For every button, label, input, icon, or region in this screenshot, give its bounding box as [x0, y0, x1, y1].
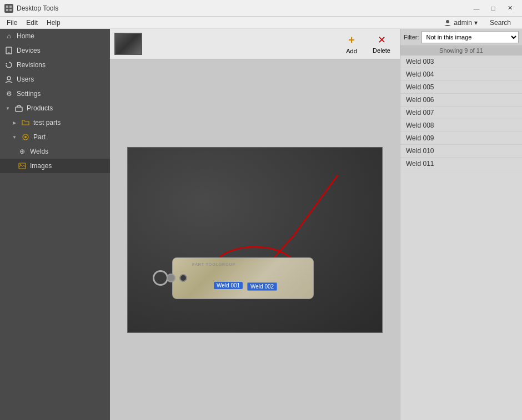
window-controls: — □ ✕	[469, 2, 518, 14]
filter-label: Filter:	[404, 34, 419, 41]
close-button[interactable]: ✕	[502, 2, 518, 14]
images-icon	[18, 161, 27, 170]
sidebar-label-part: Part	[33, 133, 106, 141]
admin-menu[interactable]: admin ▾	[440, 18, 481, 28]
sidebar-item-home[interactable]: ⌂ Home	[0, 29, 110, 43]
svg-rect-0	[6, 6, 8, 8]
search-button[interactable]: Search	[485, 18, 515, 28]
menu-file[interactable]: File	[2, 18, 22, 28]
weld-list-item-006[interactable]: Weld 006	[400, 94, 522, 107]
sidebar-label-test-parts: test parts	[33, 119, 106, 126]
delete-icon: ✕	[378, 34, 386, 46]
add-button[interactable]: + Add	[338, 32, 365, 55]
filter-bar: Filter: Not in this image All In this im…	[400, 29, 522, 46]
sidebar-label-users: Users	[17, 75, 106, 83]
svg-rect-2	[6, 9, 8, 11]
toolbar-buttons: + Add ✕ Delete	[338, 32, 395, 55]
sidebar: ⌂ Home Devices Revisions Users ⚙ Se	[0, 29, 110, 420]
svg-point-6	[8, 52, 9, 53]
menu-edit[interactable]: Edit	[22, 18, 42, 28]
weld-list-item-008[interactable]: Weld 008	[400, 119, 522, 132]
svg-point-8	[7, 77, 11, 80]
sidebar-item-welds[interactable]: ⊕ Welds	[0, 144, 110, 159]
image-thumbnail[interactable]	[114, 33, 142, 55]
sidebar-label-settings: Settings	[17, 90, 106, 98]
maximize-button[interactable]: □	[485, 2, 501, 14]
menubar-right: admin ▾ Search	[440, 18, 520, 28]
minimize-button[interactable]: —	[469, 2, 484, 14]
svg-rect-1	[9, 6, 12, 8]
filter-select[interactable]: Not in this image All In this image	[421, 31, 519, 43]
person-icon	[444, 19, 451, 27]
delete-button[interactable]: ✕ Delete	[368, 32, 395, 55]
right-panel: Filter: Not in this image All In this im…	[400, 29, 522, 420]
app-icon	[4, 4, 13, 13]
add-icon: +	[348, 34, 355, 47]
menubar-left: File Edit Help	[2, 18, 65, 28]
weld-count: Showing 9 of 11	[400, 46, 522, 55]
sidebar-item-images[interactable]: Images	[0, 159, 110, 173]
main-layout: ⌂ Home Devices Revisions Users ⚙ Se	[0, 29, 522, 420]
window-title: Desktop Tools	[17, 4, 58, 12]
main-image: PART TOOLGROUP	[127, 147, 383, 333]
sidebar-item-settings[interactable]: ⚙ Settings	[0, 87, 110, 101]
user-icon	[4, 75, 13, 84]
main-image-container: PART TOOLGROUP	[127, 147, 383, 333]
sidebar-label-devices: Devices	[17, 47, 106, 54]
svg-point-11	[24, 136, 27, 138]
revision-icon	[4, 60, 13, 69]
svg-rect-9	[16, 107, 22, 112]
svg-rect-3	[9, 9, 12, 11]
thumbnail-strip	[114, 33, 142, 55]
home-icon: ⌂	[4, 32, 13, 41]
admin-dropdown-icon: ▾	[474, 19, 478, 27]
sidebar-item-devices[interactable]: Devices	[0, 43, 110, 58]
products-icon	[14, 104, 23, 113]
part-toggle-icon: ▼	[11, 135, 18, 140]
sidebar-item-products[interactable]: ▼ Products	[0, 101, 110, 115]
sidebar-item-part[interactable]: ▼ Part	[0, 130, 110, 144]
sidebar-item-test-parts[interactable]: ▶ test parts	[0, 115, 110, 130]
weld-list-item-010[interactable]: Weld 010	[400, 145, 522, 158]
sidebar-label-welds: Welds	[30, 148, 106, 155]
titlebar: Desktop Tools — □ ✕	[0, 0, 522, 17]
image-area: PART TOOLGROUP	[110, 59, 400, 420]
weld-002-label: Weld 002	[247, 282, 277, 291]
sidebar-label-images: Images	[30, 162, 106, 170]
sidebar-label-products: Products	[27, 104, 106, 112]
weld-list-item-009[interactable]: Weld 009	[400, 132, 522, 145]
test-parts-toggle-icon: ▶	[11, 120, 18, 125]
admin-label: admin	[454, 19, 472, 27]
weld-001-label: Weld 001	[214, 282, 243, 289]
weld-list-item-011[interactable]: Weld 011	[400, 158, 522, 170]
products-toggle-icon: ▼	[4, 106, 11, 111]
weld-list-item-007[interactable]: Weld 007	[400, 107, 522, 119]
weld-list-item-004[interactable]: Weld 004	[400, 68, 522, 81]
sidebar-item-users[interactable]: Users	[0, 72, 110, 87]
folder-icon	[21, 118, 30, 127]
add-label: Add	[346, 48, 357, 54]
device-icon	[4, 46, 13, 55]
weld-list-item-003[interactable]: Weld 003	[400, 55, 522, 68]
sidebar-label-home: Home	[17, 32, 106, 40]
svg-marker-7	[6, 63, 7, 65]
metal-tag: PART TOOLGROUP	[172, 257, 314, 299]
welds-icon: ⊕	[18, 147, 27, 156]
settings-icon: ⚙	[4, 89, 13, 98]
toolbar: + Add ✕ Delete	[110, 29, 400, 59]
menubar: File Edit Help admin ▾ Search	[0, 17, 522, 29]
menu-help[interactable]: Help	[42, 18, 65, 28]
sidebar-label-revisions: Revisions	[17, 61, 106, 69]
weld-list: Weld 003 Weld 004 Weld 005 Weld 006 Weld…	[400, 55, 522, 420]
sidebar-item-revisions[interactable]: Revisions	[0, 58, 110, 72]
delete-label: Delete	[373, 47, 390, 54]
weld-list-item-005[interactable]: Weld 005	[400, 81, 522, 94]
titlebar-left: Desktop Tools	[4, 4, 58, 13]
part-icon	[21, 133, 30, 141]
content-area: + Add ✕ Delete	[110, 29, 400, 420]
svg-point-4	[446, 20, 449, 23]
